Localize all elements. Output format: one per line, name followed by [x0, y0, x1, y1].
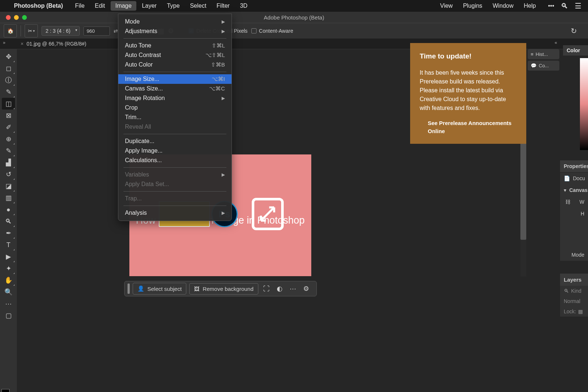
menu-item-canvas-size-[interactable]: Canvas Size...⌥⌘C	[118, 84, 232, 93]
menu-3d[interactable]: 3D	[235, 1, 252, 11]
notification-link[interactable]: See Prerelease Announcements Online	[428, 119, 517, 136]
maximize-window-button[interactable]	[22, 15, 27, 20]
macos-menubar: Photoshop (Beta) File Edit Image Layer T…	[0, 0, 588, 12]
menu-item-adjustments[interactable]: Adjustments▶	[118, 26, 232, 36]
drag-handle-icon[interactable]	[128, 284, 130, 294]
minimize-window-button[interactable]	[14, 15, 19, 20]
reset-crop-icon[interactable]: ↻	[571, 26, 577, 35]
menu-item-auto-tone[interactable]: Auto Tone⇧⌘L	[118, 41, 232, 50]
app-name[interactable]: Photoshop (Beta)	[14, 3, 63, 9]
update-notification: Time to update! It has been five weeks s…	[410, 43, 526, 144]
hand-tool[interactable]: ✋	[2, 274, 15, 286]
menu-item-crop[interactable]: Crop	[118, 103, 232, 113]
properties-icon[interactable]: ⚙	[301, 284, 311, 294]
move-tool[interactable]: ✥	[2, 51, 15, 63]
menu-plugins[interactable]: Plugins	[458, 1, 487, 11]
canvas-section[interactable]: ▾Canvas	[560, 184, 588, 196]
stamp-tool[interactable]: ▟	[2, 157, 15, 168]
marquee-tool[interactable]: ◻	[2, 63, 15, 74]
menu-window[interactable]: Window	[488, 1, 518, 11]
notification-title: Time to update!	[420, 51, 517, 62]
shape-tool[interactable]: ✦	[2, 263, 15, 274]
transform-icon[interactable]: ⛶	[261, 284, 272, 294]
collapse-panels-icon[interactable]: «	[555, 40, 557, 45]
menu-item-calculations-[interactable]: Calculations...	[118, 156, 232, 165]
menu-file[interactable]: File	[70, 1, 89, 11]
menu-item-auto-color[interactable]: Auto Color⇧⌘B	[118, 60, 232, 70]
gradient-tool[interactable]: ▥	[2, 192, 15, 204]
frame-tool[interactable]: ⊠	[2, 110, 15, 121]
menu-filter[interactable]: Filter	[212, 1, 234, 11]
search-icon[interactable]: 🔍︎	[561, 2, 568, 10]
height-row: H	[560, 208, 588, 220]
path-select-tool[interactable]: ▶	[2, 251, 15, 263]
dodge-tool[interactable]: 🔍︎	[2, 215, 15, 227]
swap-icon[interactable]: ⇄	[114, 28, 118, 34]
blend-mode-row[interactable]: Normal	[560, 296, 588, 306]
close-window-button[interactable]	[6, 15, 11, 20]
type-tool[interactable]: T	[2, 239, 15, 251]
menu-item-auto-contrast[interactable]: Auto Contrast⌥⇧⌘L	[118, 50, 232, 60]
menu-item-apply-data-set-: Apply Data Set...	[118, 179, 232, 189]
menu-item-trim-[interactable]: Trim...	[118, 113, 232, 122]
blur-tool[interactable]: ●	[2, 204, 15, 215]
menu-view[interactable]: View	[435, 1, 458, 11]
history-panel-tab[interactable]: ≡Hist...	[528, 49, 559, 59]
resize-icon	[252, 198, 284, 230]
close-tab-icon[interactable]: ×	[21, 41, 24, 47]
properties-panel-header[interactable]: Properties	[560, 160, 588, 172]
menu-type[interactable]: Type	[162, 1, 184, 11]
edit-toolbar[interactable]: ⋯	[2, 298, 15, 310]
select-subject-button[interactable]: 👤 Select subject	[133, 283, 186, 295]
more-options-icon[interactable]: ⋯	[288, 284, 298, 294]
healing-tool[interactable]: ⊕	[2, 133, 15, 145]
content-aware-checkbox[interactable]: Content-Aware	[251, 28, 293, 34]
properties-panel: Properties 📄Docu ▾Canvas ⛓W H Mode	[560, 160, 588, 261]
layers-panel-header[interactable]: Layers	[560, 274, 588, 286]
menu-item-duplicate-[interactable]: Duplicate...	[118, 136, 232, 146]
search-icon: 🔍︎	[564, 288, 569, 294]
menu-help[interactable]: Help	[519, 1, 541, 11]
history-brush-tool[interactable]: ↺	[2, 168, 15, 180]
ratio-preset-dropdown[interactable]: 2 : 3 (4 : 6)	[42, 26, 80, 36]
document-tab[interactable]: 01.jpg @ 66,7% (RGB/8#)	[26, 41, 86, 47]
menu-item-analysis[interactable]: Analysis▶	[118, 208, 232, 218]
lasso-tool[interactable]: ⓛ	[2, 74, 15, 86]
menu-item-apply-image-[interactable]: Apply Image...	[118, 146, 232, 156]
menu-item-mode[interactable]: Mode▶	[118, 17, 232, 26]
menu-image[interactable]: Image	[111, 1, 136, 11]
crop-width-input[interactable]	[83, 26, 110, 36]
notification-body: It has been five weeks since this Prerel…	[420, 68, 517, 113]
layers-panel: Layers 🔍︎Kind Normal Lock:▩	[560, 274, 588, 317]
expand-panels-icon[interactable]: »	[3, 40, 6, 45]
menu-layer[interactable]: Layer	[137, 1, 161, 11]
adjustment-icon[interactable]: ◐	[275, 284, 285, 294]
menu-item-image-size-[interactable]: Image Size...⌥⌘I	[118, 74, 232, 84]
crop-tool-indicator[interactable]: ✂︎▾	[25, 24, 38, 38]
home-button[interactable]: 🏠	[4, 24, 17, 38]
link-icon[interactable]: ⛓	[565, 199, 570, 205]
brush-tool[interactable]: ✎	[2, 145, 15, 157]
menu-edit[interactable]: Edit	[90, 1, 110, 11]
color-gradient-strip[interactable]	[580, 58, 588, 150]
eraser-tool[interactable]: ◪	[2, 180, 15, 192]
contextual-task-bar[interactable]: 👤 Select subject 🖼 Remove background ⛶ ◐…	[124, 281, 317, 296]
eyedropper-tool[interactable]: ✐	[2, 121, 15, 133]
comments-panel-tab[interactable]: 💬Co...	[528, 61, 559, 71]
zoom-tool[interactable]: 🔍	[2, 286, 15, 298]
screen-mode[interactable]: ▢	[2, 310, 15, 321]
tools-panel: ✥ ◻ ⓛ ✎ ◫ ⊠ ✐ ⊕ ✎ ▟ ↺ ◪ ▥ ● 🔍︎ ✒ T ▶ ✦ ✋…	[0, 49, 17, 392]
menu-item-image-rotation[interactable]: Image Rotation▶	[118, 93, 232, 103]
layer-filter-row[interactable]: 🔍︎Kind	[560, 286, 588, 296]
menu-item-reveal-all: Reveal All	[118, 122, 232, 132]
remove-background-button[interactable]: 🖼 Remove background	[189, 283, 258, 295]
menu-select[interactable]: Select	[185, 1, 211, 11]
pen-tool[interactable]: ✒	[2, 227, 15, 239]
more-icon[interactable]: •••	[548, 3, 554, 9]
color-panel-tab[interactable]: Color	[563, 45, 588, 56]
menu-item-trap-: Trap...	[118, 194, 232, 203]
lock-row[interactable]: Lock:▩	[560, 306, 588, 317]
hamburger-icon[interactable]: ☰	[575, 1, 581, 10]
quick-select-tool[interactable]: ✎	[2, 86, 15, 98]
crop-tool[interactable]: ◫	[2, 98, 15, 110]
